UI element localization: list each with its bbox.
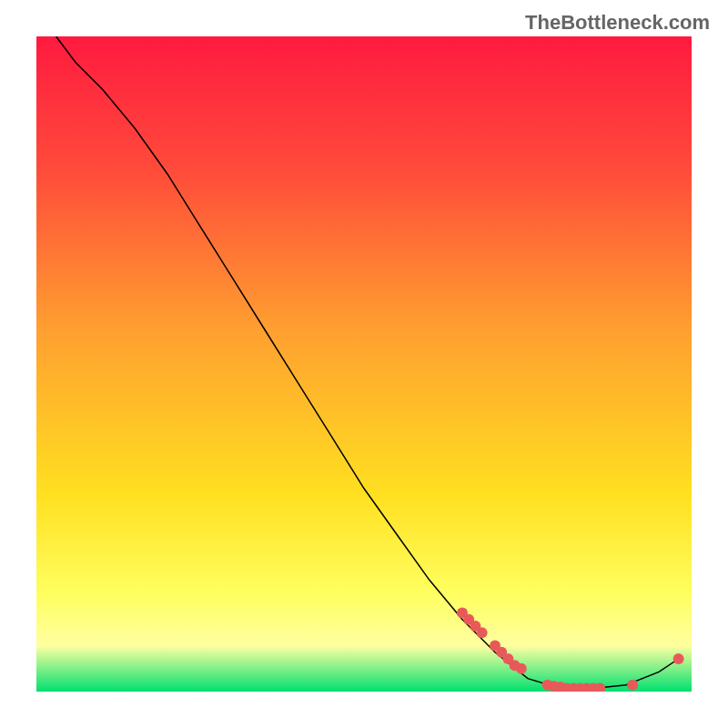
chart-container: TheBottleneck.com xyxy=(0,0,728,728)
data-point xyxy=(627,680,638,691)
plot-area xyxy=(36,36,692,692)
watermark-text: TheBottleneck.com xyxy=(525,11,710,35)
data-point xyxy=(516,663,527,674)
data-points xyxy=(36,36,692,692)
data-point xyxy=(477,627,488,638)
data-point xyxy=(673,653,684,664)
